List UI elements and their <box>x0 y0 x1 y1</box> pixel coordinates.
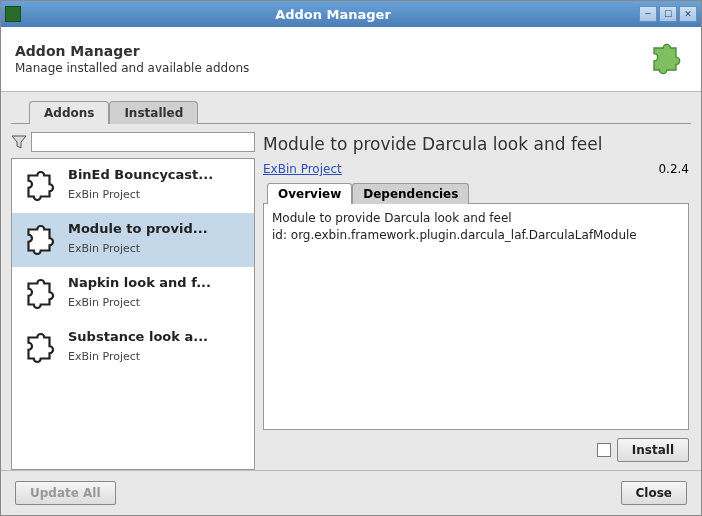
addon-icon <box>18 327 60 369</box>
header-subtitle: Manage installed and available addons <box>15 61 249 75</box>
tab-installed[interactable]: Installed <box>109 101 198 124</box>
tab-overview[interactable]: Overview <box>267 183 352 204</box>
project-link[interactable]: ExBin Project <box>263 162 342 176</box>
update-all-button[interactable]: Update All <box>15 481 116 505</box>
overview-content: Module to provide Darcula look and feel … <box>263 203 689 430</box>
item-title: Napkin look and f... <box>68 275 248 290</box>
search-input[interactable] <box>31 132 255 152</box>
addon-list[interactable]: BinEd Bouncycast... ExBin Project Module… <box>11 158 255 470</box>
detail-title: Module to provide Darcula look and feel <box>263 134 689 154</box>
list-item[interactable]: BinEd Bouncycast... ExBin Project <box>12 159 254 213</box>
item-subtitle: ExBin Project <box>68 296 248 309</box>
titlebar[interactable]: Addon Manager ─ ☐ ✕ <box>1 1 701 27</box>
left-panel: BinEd Bouncycast... ExBin Project Module… <box>11 130 255 470</box>
window-title: Addon Manager <box>27 7 639 22</box>
item-title: BinEd Bouncycast... <box>68 167 248 182</box>
puzzle-icon <box>643 37 687 81</box>
version-label: 0.2.4 <box>658 162 689 176</box>
tab-dependencies[interactable]: Dependencies <box>352 183 469 204</box>
addon-icon <box>18 219 60 261</box>
tab-addons[interactable]: Addons <box>29 101 109 124</box>
close-button[interactable]: Close <box>621 481 687 505</box>
item-subtitle: ExBin Project <box>68 242 248 255</box>
item-subtitle: ExBin Project <box>68 188 248 201</box>
minimize-button[interactable]: ─ <box>639 6 657 22</box>
item-title: Module to provid... <box>68 221 248 236</box>
detail-tabs: Overview Dependencies <box>267 182 689 203</box>
detail-panel: Module to provide Darcula look and feel … <box>263 130 691 470</box>
addon-icon <box>18 273 60 315</box>
addon-manager-window: Addon Manager ─ ☐ ✕ Addon Manager Manage… <box>0 0 702 516</box>
install-checkbox[interactable] <box>597 443 611 457</box>
list-item[interactable]: Substance look a... ExBin Project <box>12 321 254 375</box>
maximize-button[interactable]: ☐ <box>659 6 677 22</box>
list-item[interactable]: Module to provid... ExBin Project <box>12 213 254 267</box>
footer: Update All Close <box>1 470 701 515</box>
close-window-button[interactable]: ✕ <box>679 6 697 22</box>
header: Addon Manager Manage installed and avail… <box>1 27 701 92</box>
list-item[interactable]: Napkin look and f... ExBin Project <box>12 267 254 321</box>
item-subtitle: ExBin Project <box>68 350 248 363</box>
item-title: Substance look a... <box>68 329 248 344</box>
overview-line: id: org.exbin.framework.plugin.darcula_l… <box>272 227 680 244</box>
filter-icon[interactable] <box>11 134 27 150</box>
main-tabs: Addons Installed <box>1 92 701 123</box>
install-button[interactable]: Install <box>617 438 689 462</box>
addon-icon <box>18 165 60 207</box>
overview-line: Module to provide Darcula look and feel <box>272 210 680 227</box>
header-title: Addon Manager <box>15 43 249 59</box>
app-icon <box>5 6 21 22</box>
